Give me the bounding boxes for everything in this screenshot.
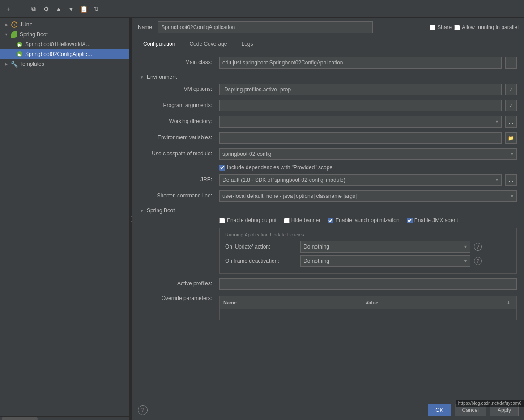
sidebar-item-templates[interactable]: ▶ 🔧 Templates bbox=[0, 59, 129, 69]
sidebar-tree: ▶ J JUnit ▼ Spring Boot bbox=[0, 18, 129, 416]
working-dir-browse-btn[interactable]: … bbox=[505, 116, 517, 128]
table-name-cell bbox=[220, 309, 362, 320]
up-icon[interactable]: ▲ bbox=[54, 4, 64, 14]
name-input[interactable] bbox=[158, 21, 373, 33]
active-profiles-row: Active profiles: bbox=[140, 278, 517, 290]
share-label[interactable]: Share bbox=[437, 24, 452, 30]
env-vars-browse-btn[interactable]: 📁 bbox=[505, 132, 517, 144]
bottom-bar: ? OK Cancel Apply bbox=[132, 400, 524, 420]
main-class-browse-btn[interactable]: … bbox=[505, 57, 517, 69]
name-label: Name: bbox=[138, 24, 153, 30]
help-icon[interactable]: ? bbox=[138, 405, 148, 415]
allow-parallel-group: Allow running in parallel bbox=[454, 24, 519, 30]
program-args-input[interactable] bbox=[219, 100, 502, 111]
on-frame-select[interactable]: Do nothing bbox=[300, 255, 470, 267]
spring-boot-triangle[interactable]: ▼ bbox=[140, 208, 144, 213]
sidebar-item-spring-boot[interactable]: ▼ Spring Boot bbox=[0, 30, 129, 39]
springboot01-icon: ▶ bbox=[16, 41, 23, 48]
spring-boot-section-title: Spring Boot bbox=[147, 207, 175, 214]
table-value-col: Value bbox=[362, 296, 500, 309]
on-update-help[interactable]: ? bbox=[474, 243, 482, 251]
sidebar-item-springboot01[interactable]: ▶ Springboot01HelloworldA… bbox=[0, 39, 129, 49]
minus-icon[interactable]: − bbox=[16, 4, 26, 14]
program-args-expand-btn[interactable]: ⤢ bbox=[505, 100, 517, 111]
table-add-col: + bbox=[500, 296, 517, 309]
env-triangle[interactable]: ▼ bbox=[140, 75, 144, 80]
jre-browse-btn[interactable]: … bbox=[505, 174, 517, 186]
allow-parallel-label[interactable]: Allow running in parallel bbox=[462, 24, 519, 30]
templates-icon: 🔧 bbox=[11, 60, 18, 68]
enable-debug-group: Enable debug output bbox=[219, 217, 277, 223]
sort-icon[interactable]: ⇅ bbox=[91, 4, 101, 14]
cancel-button[interactable]: Cancel bbox=[455, 404, 486, 416]
vm-options-label: VM options: bbox=[140, 84, 216, 92]
add-icon[interactable]: + bbox=[4, 4, 13, 14]
include-deps-checkbox[interactable] bbox=[219, 165, 225, 171]
vm-options-row: VM options: ⤢ bbox=[140, 84, 517, 95]
env-vars-label: Environment variables: bbox=[140, 132, 216, 141]
tabs-bar: Configuration Code Coverage Logs bbox=[132, 37, 524, 51]
shorten-cmd-label: Shorten command line: bbox=[140, 190, 216, 199]
down-icon[interactable]: ▼ bbox=[66, 4, 76, 14]
spring-boot-icon bbox=[11, 31, 18, 38]
classpath-label: Use classpath of module: bbox=[140, 148, 216, 157]
sidebar: ▶ J JUnit ▼ Spring Boot bbox=[0, 18, 130, 420]
enable-debug-checkbox[interactable] bbox=[219, 218, 225, 223]
active-profiles-label: Active profiles: bbox=[140, 278, 216, 287]
on-update-select[interactable]: Do nothing bbox=[300, 241, 470, 253]
clipboard-icon[interactable]: 📋 bbox=[79, 4, 89, 14]
include-deps-label[interactable]: Include dependencies with "Provided" sco… bbox=[227, 164, 332, 171]
enable-launch-checkbox[interactable] bbox=[328, 218, 333, 223]
table-action-cell bbox=[500, 309, 517, 320]
springboot02-label: Springboot02ConfigApplic… bbox=[25, 51, 93, 57]
ok-button[interactable]: OK bbox=[428, 404, 451, 416]
spring-boot-toggle[interactable]: ▼ bbox=[4, 32, 9, 37]
allow-parallel-checkbox[interactable] bbox=[454, 25, 460, 30]
copy-icon[interactable]: ⧉ bbox=[29, 4, 38, 14]
classpath-select[interactable]: springboot-02-config bbox=[219, 148, 517, 160]
tab-code-coverage[interactable]: Code Coverage bbox=[182, 37, 234, 51]
spring-checkboxes-row: Enable debug output Hide banner Enable l… bbox=[219, 217, 517, 223]
add-param-btn[interactable]: + bbox=[504, 298, 513, 307]
hide-banner-checkbox[interactable] bbox=[284, 218, 290, 223]
sidebar-item-springboot02[interactable]: ▶ Springboot02ConfigApplic… bbox=[0, 49, 129, 59]
share-checkbox[interactable] bbox=[430, 25, 435, 30]
on-update-row: On 'Update' action: Do nothing ▼ ? bbox=[225, 241, 511, 253]
templates-toggle[interactable]: ▶ bbox=[4, 61, 9, 67]
apply-button[interactable]: Apply bbox=[490, 404, 519, 416]
vm-options-expand-btn[interactable]: ⤢ bbox=[505, 84, 517, 95]
enable-debug-label[interactable]: Enable debug output bbox=[227, 217, 277, 223]
env-vars-input[interactable] bbox=[219, 132, 502, 144]
environment-section-header: ▼ Environment bbox=[140, 74, 517, 80]
jre-select[interactable]: Default (1.8 - SDK of 'springboot-02-con… bbox=[219, 174, 502, 186]
working-dir-label: Working directory: bbox=[140, 116, 216, 124]
sidebar-item-junit[interactable]: ▶ J JUnit bbox=[0, 20, 129, 30]
table-name-col: Name bbox=[220, 296, 362, 309]
share-checkbox-group: Share bbox=[430, 24, 452, 30]
main-class-input[interactable] bbox=[219, 57, 502, 69]
shorten-cmd-row: Shorten command line: user-local default… bbox=[140, 190, 517, 202]
enable-jmx-group: Enable JMX agent bbox=[407, 217, 458, 223]
header-checkboxes: Share Allow running in parallel bbox=[430, 24, 519, 30]
enable-jmx-checkbox[interactable] bbox=[407, 218, 413, 223]
settings-icon[interactable]: ⚙ bbox=[41, 4, 51, 14]
tab-configuration[interactable]: Configuration bbox=[136, 37, 182, 51]
active-profiles-input[interactable] bbox=[219, 278, 517, 290]
junit-toggle[interactable]: ▶ bbox=[4, 22, 9, 27]
program-args-label: Program arguments: bbox=[140, 100, 216, 108]
springboot02-icon: ▶ bbox=[16, 51, 23, 58]
vm-options-input[interactable] bbox=[219, 84, 502, 95]
table-row bbox=[220, 309, 517, 320]
spring-boot-section: ▼ Spring Boot Enable debug output Hi bbox=[140, 207, 517, 320]
on-update-label: On 'Update' action: bbox=[225, 244, 297, 250]
templates-label: Templates bbox=[20, 61, 44, 67]
tab-logs[interactable]: Logs bbox=[234, 37, 260, 51]
working-dir-input[interactable] bbox=[219, 116, 502, 128]
enable-jmx-label[interactable]: Enable JMX agent bbox=[414, 217, 458, 223]
hide-banner-label[interactable]: Hide banner bbox=[291, 217, 320, 223]
on-frame-help[interactable]: ? bbox=[474, 257, 482, 265]
junit-label: JUnit bbox=[20, 21, 32, 28]
override-params-row: Override parameters: Name Value + bbox=[140, 294, 517, 320]
shorten-cmd-select[interactable]: user-local default: none - java [options… bbox=[219, 190, 517, 202]
enable-launch-label[interactable]: Enable launch optimization bbox=[335, 217, 399, 223]
